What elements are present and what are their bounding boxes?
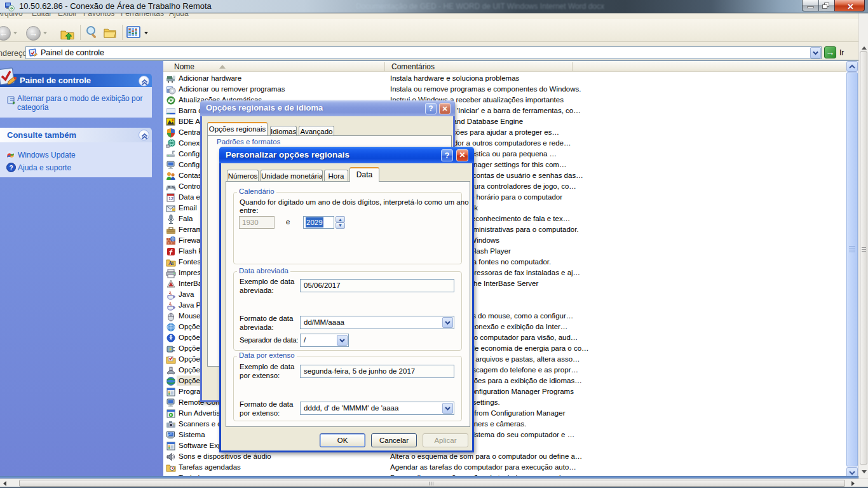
svg-text:12: 12 bbox=[168, 196, 173, 201]
svg-text:b: b bbox=[172, 261, 174, 266]
svg-text:?: ? bbox=[10, 165, 13, 172]
